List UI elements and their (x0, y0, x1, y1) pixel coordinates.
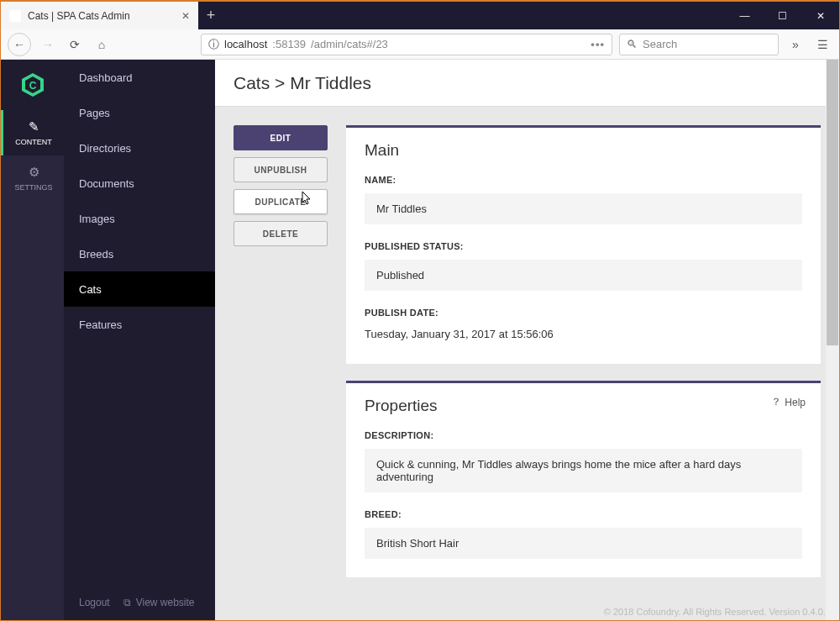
breadcrumb-sep: > (275, 73, 285, 92)
sidebar-item-pages[interactable]: Pages (64, 95, 215, 130)
field-description: DESCRIPTION: Quick & cunning, Mr Tiddles… (365, 430, 802, 492)
field-label: PUBLISHED STATUS: (365, 241, 802, 251)
url-path: /admin/cats#/23 (311, 38, 388, 50)
breadcrumb-current: Mr Tiddles (290, 73, 371, 92)
close-button[interactable]: ✕ (801, 2, 839, 29)
field-breed: BREED: British Short Hair (365, 509, 802, 559)
pencil-icon: ✎ (29, 119, 39, 134)
sidebar-footer: Logout ⧉ View website (64, 585, 215, 620)
rail-item-content[interactable]: ✎ CONTENT (1, 110, 64, 155)
sidebar: Dashboard Pages Directories Documents Im… (64, 60, 215, 620)
browser-tab[interactable]: Cats | SPA Cats Admin ✕ (1, 2, 198, 29)
url-actions-icon[interactable]: ••• (591, 38, 605, 50)
field-publish-date: PUBLISH DATE: Tuesday, January 31, 2017 … (365, 308, 802, 342)
field-value: Published (365, 260, 802, 291)
delete-button[interactable]: DELETE (234, 221, 328, 246)
svg-text:C: C (29, 80, 36, 92)
browser-window: Cats | SPA Cats Admin ✕ + — ☐ ✕ ← → ⟳ ⌂ … (0, 0, 840, 621)
reload-button[interactable]: ⟳ (65, 34, 85, 55)
browser-search[interactable]: 🔍︎ Search (619, 34, 779, 55)
help-icon: ？ (771, 395, 781, 409)
field-value: Tuesday, January 31, 2017 at 15:56:06 (365, 326, 802, 342)
field-label: BREED: (365, 509, 802, 519)
main-panel: Main NAME: Mr Tiddles PUBLISHED STATUS: … (346, 125, 821, 364)
footer-copyright: © 2018 Cofoundry. All Rights Reserved. V… (604, 607, 831, 617)
scrollbar-thumb[interactable] (827, 60, 838, 345)
url-host: localhost (224, 38, 267, 50)
sidebar-item-features[interactable]: Features (64, 307, 215, 342)
breadcrumb-root[interactable]: Cats (234, 73, 270, 92)
app-logo[interactable]: C (1, 60, 64, 110)
menu-button[interactable]: ☰ (812, 34, 832, 55)
field-label: DESCRIPTION: (365, 430, 802, 440)
home-button[interactable]: ⌂ (92, 34, 112, 55)
minimize-button[interactable]: — (726, 2, 764, 29)
search-icon: 🔍︎ (627, 38, 638, 50)
sidebar-item-dashboard[interactable]: Dashboard (64, 60, 215, 95)
field-name: NAME: Mr Tiddles (365, 175, 802, 224)
panel-title: Properties (365, 397, 802, 415)
sidebar-item-cats[interactable]: Cats (64, 271, 215, 307)
titlebar: Cats | SPA Cats Admin ✕ + — ☐ ✕ (1, 2, 839, 29)
field-status: PUBLISHED STATUS: Published (365, 241, 802, 291)
back-button[interactable]: ← (8, 33, 31, 56)
breadcrumb: Cats > Mr Tiddles (234, 73, 371, 93)
field-label: NAME: (365, 175, 802, 185)
tab-close-icon[interactable]: ✕ (181, 10, 190, 22)
rail-label: SETTINGS (14, 183, 52, 192)
info-icon: ⓘ (208, 37, 219, 52)
properties-panel: Properties ？ Help DESCRIPTION: Quick & c… (346, 381, 821, 577)
panel-title: Main (365, 141, 802, 160)
action-column: EDIT UNPUBLISH DUPLICATE DELETE (234, 125, 328, 246)
view-website-link[interactable]: ⧉ View website (123, 597, 195, 608)
window-controls: — ☐ ✕ (726, 2, 839, 29)
logout-link[interactable]: Logout (79, 597, 110, 608)
external-link-icon: ⧉ (123, 597, 131, 608)
overflow-button[interactable]: » (785, 34, 806, 55)
duplicate-button[interactable]: DUPLICATE (234, 189, 328, 214)
unpublish-button[interactable]: UNPUBLISH (234, 157, 328, 182)
field-label: PUBLISH DATE: (365, 308, 802, 318)
rail-label: CONTENT (15, 138, 52, 146)
sidebar-item-documents[interactable]: Documents (64, 166, 215, 201)
tab-favicon (9, 10, 21, 22)
url-bar[interactable]: ⓘ localhost:58139/admin/cats#/23 ••• (201, 34, 612, 55)
sidebar-item-breeds[interactable]: Breeds (64, 236, 215, 271)
nav-rail: C ✎ CONTENT ⚙ SETTINGS (1, 60, 64, 620)
browser-navbar: ← → ⟳ ⌂ ⓘ localhost:58139/admin/cats#/23… (1, 29, 839, 60)
tab-title: Cats | SPA Cats Admin (28, 10, 175, 22)
gear-icon: ⚙ (29, 165, 39, 180)
search-placeholder: Search (643, 38, 677, 50)
field-value: Mr Tiddles (365, 193, 802, 224)
rail-item-settings[interactable]: ⚙ SETTINGS (1, 155, 64, 201)
sidebar-item-images[interactable]: Images (64, 201, 215, 236)
edit-button[interactable]: EDIT (234, 125, 328, 150)
field-value: British Short Hair (365, 528, 802, 559)
url-port: :58139 (272, 38, 306, 50)
sidebar-item-directories[interactable]: Directories (64, 130, 215, 166)
logo-icon: C (19, 71, 46, 98)
maximize-button[interactable]: ☐ (764, 2, 801, 29)
panels: Main NAME: Mr Tiddles PUBLISHED STATUS: … (346, 125, 821, 577)
new-tab-button[interactable]: + (198, 2, 223, 29)
forward-button[interactable]: → (38, 34, 58, 55)
field-value: Quick & cunning, Mr Tiddles always bring… (365, 449, 802, 492)
content-area: EDIT UNPUBLISH DUPLICATE DELETE Main NAM… (215, 107, 839, 620)
main: Cats > Mr Tiddles EDIT UNPUBLISH DUPLICA… (215, 60, 839, 620)
help-link[interactable]: ？ Help (771, 395, 806, 409)
page-header: Cats > Mr Tiddles (215, 60, 839, 107)
app: C ✎ CONTENT ⚙ SETTINGS Dashboard Pages D… (1, 60, 839, 620)
scrollbar[interactable] (826, 60, 839, 620)
